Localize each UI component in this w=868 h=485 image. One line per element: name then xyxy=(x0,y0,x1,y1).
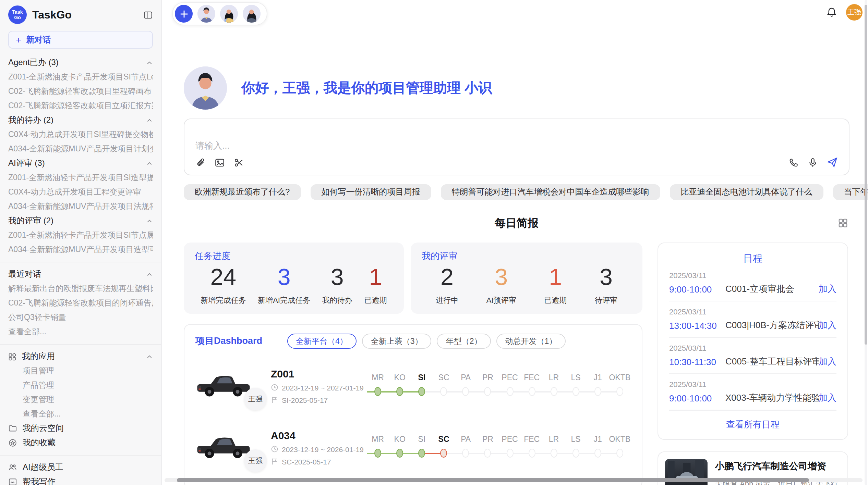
project-name: A034 xyxy=(271,429,360,441)
clock-icon xyxy=(271,445,278,453)
clock-icon xyxy=(271,384,278,391)
suggestion-chip[interactable]: 当下年轻人对汽车外观有怎样的喜好趋势 xyxy=(833,184,868,200)
horizontal-scrollbar-thumb[interactable] xyxy=(177,478,809,482)
stat-cards: 任务进度 24 新增完成任务 3 新增AI完成任务 xyxy=(184,242,642,314)
join-link[interactable]: 加入 xyxy=(819,356,836,368)
project-row[interactable]: 王强 A034 2023-12-19 ~ 2026-01-19 xyxy=(195,423,631,472)
layout-grid-icon[interactable] xyxy=(838,218,848,228)
new-chat-button[interactable]: + 新对话 xyxy=(8,31,153,49)
schedule-event: 2025/03/11 9:00-10:00 C001-立项审批会 加入 xyxy=(669,265,836,301)
section-recent-chats[interactable]: 最近对话 xyxy=(8,267,153,282)
divider xyxy=(0,262,161,262)
view-all-schedule-link[interactable]: 查看所有日程 xyxy=(669,410,836,439)
sidebar-item-ai-staff[interactable]: AI超级员工 xyxy=(8,460,153,475)
suggestion-chips: 欧洲新规最近颁布了什么? 如何写一份清晰的项目周报 特朗普可能对进口汽车增税会对… xyxy=(184,184,849,200)
milestone-dot xyxy=(484,448,491,457)
chevron-up-icon[interactable] xyxy=(146,353,153,360)
phone-icon[interactable] xyxy=(788,157,799,167)
chevron-up-icon[interactable] xyxy=(146,271,153,278)
folder-icon xyxy=(8,424,17,433)
app-logo: Task Go xyxy=(8,5,27,24)
view-all-recent[interactable]: 查看全部... xyxy=(8,325,153,339)
list-item[interactable]: 解释最新出台的欧盟报废车法规再生塑料比例被调至15%... xyxy=(8,282,153,296)
filter-tab[interactable]: 全新平台（4） xyxy=(287,334,357,349)
list-item[interactable]: A034-全新新能源MUV产品开发项目计划变更表编写 xyxy=(8,142,153,156)
project-row[interactable]: 王强 Z001 2023-12-19 ~ 2027-01-19 xyxy=(195,361,631,410)
send-tools xyxy=(788,157,838,168)
stat-label: 进行中 xyxy=(436,295,458,306)
write-icon xyxy=(8,477,17,485)
list-item[interactable]: C02-飞腾新能源轻客改款项目里程碑画布 xyxy=(8,84,153,99)
sidebar-item-change-mgmt[interactable]: 变更管理 xyxy=(8,393,153,407)
stat-value: 3 xyxy=(322,264,352,290)
join-link[interactable]: 加入 xyxy=(819,319,836,332)
star-medal-icon xyxy=(8,438,17,447)
briefing-column: 任务进度 24 新增完成任务 3 新增AI完成任务 xyxy=(184,242,642,485)
suggestion-chip[interactable]: 特朗普可能对进口汽车增税会对中国车企造成哪些影响 xyxy=(441,184,660,200)
microphone-icon[interactable] xyxy=(808,157,818,167)
stat-value: 1 xyxy=(364,264,387,290)
send-icon[interactable] xyxy=(827,157,838,168)
sidebar-item-product-mgmt[interactable]: 产品管理 xyxy=(8,378,153,393)
event-time: 9:00-10:00 xyxy=(669,284,725,294)
filter-tab[interactable]: 全新上装（3） xyxy=(362,334,432,349)
suggestion-chip[interactable]: 欧洲新规最近颁布了什么? xyxy=(184,184,301,200)
divider xyxy=(0,455,161,456)
chat-input[interactable]: 请输入... xyxy=(195,140,838,152)
section-label: 我的应用 xyxy=(22,351,55,362)
sidebar-item-favorites[interactable]: 我的收藏 xyxy=(8,436,153,450)
section-my-apps[interactable]: 我的应用 xyxy=(8,349,153,364)
sidebar-item-writing[interactable]: 帮我写作 xyxy=(8,475,153,485)
join-link[interactable]: 加入 xyxy=(819,283,836,295)
section-agent-done[interactable]: Agent已办 (3) xyxy=(8,55,153,70)
sidebar-collapse-icon[interactable] xyxy=(143,10,153,20)
sidebar-item-project-mgmt[interactable]: 项目管理 xyxy=(8,364,153,378)
section-ai-review[interactable]: AI评审 (3) xyxy=(8,156,153,171)
card-title: 任务进度 xyxy=(195,250,393,262)
vertical-scrollbar-thumb[interactable] xyxy=(864,5,867,345)
milestone-label: PA xyxy=(455,373,477,381)
image-icon[interactable] xyxy=(215,157,225,167)
chevron-up-icon[interactable] xyxy=(146,59,153,66)
stat: 24 新增完成任务 xyxy=(201,264,246,306)
filter-tab[interactable]: 年型（2） xyxy=(437,334,491,349)
list-item[interactable]: C0X4-动力总成开发项目SI里程碑提交物检查 xyxy=(8,127,153,142)
section-label: 我的待办 (2) xyxy=(8,114,53,126)
milestone-dot xyxy=(462,387,469,396)
view-all-apps[interactable]: 查看全部... xyxy=(8,407,153,421)
milestone-dot xyxy=(441,387,447,396)
sidebar-item-cloud-space[interactable]: 我的云空间 xyxy=(8,421,153,436)
join-link[interactable]: 加入 xyxy=(819,392,836,404)
filter-tab[interactable]: 动总开发（1） xyxy=(496,334,566,349)
chat-input-card[interactable]: 请输入... xyxy=(184,119,849,175)
paperclip-icon[interactable] xyxy=(195,157,206,167)
section-my-review[interactable]: 我的评审 (2) xyxy=(8,214,153,228)
list-item[interactable]: C0X4-动力总成开发项目工程变更评审 xyxy=(8,185,153,199)
horizontal-scrollbar-track[interactable] xyxy=(165,478,863,482)
scissors-icon[interactable] xyxy=(234,157,244,167)
list-item[interactable]: A034-全新新能源MUV产品开发项目法规符合性评审 xyxy=(8,199,153,214)
list-item[interactable]: C02-飞腾新能源轻客改款项目立项汇报方案 xyxy=(8,99,153,113)
chevron-up-icon[interactable] xyxy=(146,217,153,224)
chevron-up-icon[interactable] xyxy=(146,117,153,124)
new-chat-label: 新对话 xyxy=(26,34,51,46)
news-title: 小鹏飞行汽车制造公司增资 xyxy=(715,460,841,473)
stat: 1 已逾期 xyxy=(544,264,567,306)
list-item[interactable]: 公司Q3轻卡销量 xyxy=(8,310,153,325)
list-item[interactable]: Z001-全新燃油轻卡产品开发项目SI节点属性5D文件评审 xyxy=(8,228,153,242)
list-item[interactable]: Z001-全新燃油轻卡产品开发项目SI造型提交物评审 xyxy=(8,171,153,185)
list-item[interactable]: Z001-全新燃油皮卡产品开发项目SI节点Lesson Learn报告 xyxy=(8,70,153,84)
list-item[interactable]: A034-全新新能源MUV产品开发项目造型可行性评审 xyxy=(8,242,153,257)
milestone-dot xyxy=(594,387,601,396)
milestone-label: SC xyxy=(433,435,455,443)
milestone-label: PR xyxy=(477,435,499,443)
flag-icon xyxy=(271,396,278,403)
milestone-label: PEC xyxy=(499,373,521,381)
suggestion-chip[interactable]: 比亚迪全固态电池计划具体说了什么 xyxy=(670,184,823,200)
chevron-up-icon[interactable] xyxy=(146,160,153,167)
section-label: AI评审 (3) xyxy=(8,158,45,169)
suggestion-chip[interactable]: 如何写一份清晰的项目周报 xyxy=(310,184,431,200)
list-item[interactable]: C02-飞腾新能源轻客改款项目的闭环通告反馈情况 xyxy=(8,296,153,310)
section-my-todo[interactable]: 我的待办 (2) xyxy=(8,113,153,127)
milestone-dot xyxy=(374,448,381,457)
